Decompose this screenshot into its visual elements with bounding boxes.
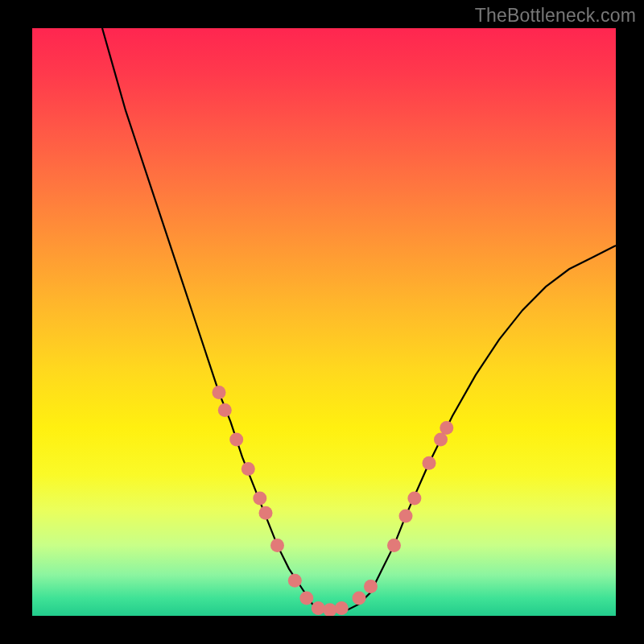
bottleneck-curve bbox=[102, 28, 616, 610]
marker-dot bbox=[299, 592, 313, 605]
marker-dot bbox=[259, 506, 273, 520]
marker-dot bbox=[253, 492, 266, 506]
marker-dot bbox=[213, 386, 226, 399]
watermark-text: TheBottleneck.com bbox=[475, 5, 636, 27]
marker-dot bbox=[387, 539, 401, 552]
curve-markers bbox=[213, 386, 454, 616]
curve-svg bbox=[32, 28, 616, 616]
marker-dot bbox=[440, 421, 453, 435]
marker-dot bbox=[407, 492, 421, 506]
marker-dot bbox=[218, 403, 232, 417]
marker-dot bbox=[270, 539, 284, 552]
marker-dot bbox=[364, 580, 378, 593]
plot-area bbox=[32, 28, 616, 616]
marker-dot bbox=[423, 456, 436, 470]
marker-dot bbox=[323, 603, 336, 616]
marker-dot bbox=[353, 592, 366, 605]
marker-dot bbox=[434, 433, 448, 447]
marker-dot bbox=[229, 433, 243, 447]
marker-dot bbox=[288, 574, 302, 588]
chart-frame: TheBottleneck.com bbox=[0, 0, 644, 644]
marker-dot bbox=[335, 601, 349, 615]
marker-dot bbox=[312, 601, 325, 615]
marker-dot bbox=[242, 462, 255, 476]
marker-dot bbox=[399, 509, 413, 522]
